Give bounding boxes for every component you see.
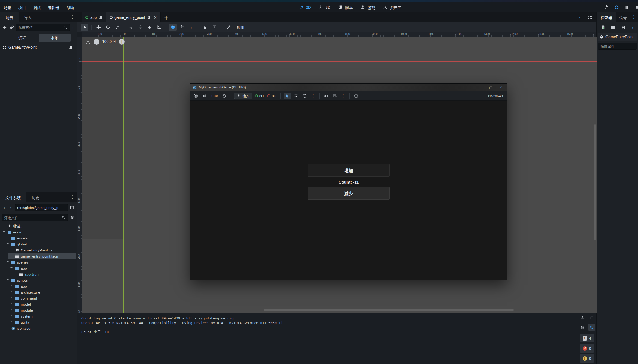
attached-script-icon[interactable]	[68, 44, 74, 50]
input-capture-button[interactable]: 输入	[234, 93, 252, 99]
file-tree-row[interactable]: utility	[0, 319, 77, 325]
restart-icon[interactable]	[613, 4, 619, 10]
build-hammer-icon[interactable]	[603, 4, 609, 10]
scene-tab-game-entry-point[interactable]: game_entry_point ✕	[106, 12, 161, 22]
embed-fullscreen-icon[interactable]	[353, 93, 360, 99]
increase-button[interactable]: 增加	[308, 164, 390, 177]
filesystem-menu-icon[interactable]: ⋮	[70, 194, 75, 199]
switch-script[interactable]: 脚本	[338, 4, 353, 10]
error-count-badge[interactable]: ✕ 0	[580, 344, 594, 353]
group-selected-icon[interactable]	[211, 24, 218, 31]
scene-tree-root-node[interactable]: GameEntryPoint	[0, 43, 77, 51]
instance-scene-link-icon[interactable]	[9, 24, 15, 30]
menu-scene[interactable]: 场景	[0, 4, 15, 11]
tab-import-dock[interactable]: 导入	[19, 12, 37, 22]
search-output-icon[interactable]	[588, 324, 595, 331]
view-menu[interactable]: 视图	[234, 25, 247, 30]
suspend-icon[interactable]	[192, 93, 199, 99]
file-tree-row[interactable]: res://	[0, 229, 77, 235]
gamepad-icon[interactable]	[331, 93, 338, 99]
canvas-horizontal-scrollbar[interactable]	[264, 309, 514, 311]
file-tree-row[interactable]: game_entry_point.tscn	[0, 253, 77, 259]
rotate-tool[interactable]	[104, 24, 112, 31]
switch-2d[interactable]: 2D	[298, 4, 311, 10]
clear-output-icon[interactable]	[579, 314, 586, 321]
zoom-in-button[interactable]: ＋	[119, 39, 125, 45]
split-mode-icon[interactable]	[69, 205, 75, 211]
snap-options-icon[interactable]: ⋮	[188, 25, 195, 30]
ruler-tool[interactable]	[155, 24, 163, 31]
maximize-button[interactable]: ▢	[487, 85, 495, 90]
file-tree-row[interactable]: app.tscn	[0, 271, 77, 277]
stop-icon[interactable]	[634, 4, 638, 10]
file-tree-row[interactable]: scenes	[0, 259, 77, 265]
file-tree-row[interactable]: 收藏:	[0, 223, 77, 229]
new-resource-icon[interactable]	[600, 24, 606, 30]
camera-override-icon[interactable]	[301, 93, 308, 99]
file-tree-row[interactable]: app	[0, 283, 77, 289]
game-audio-options-icon[interactable]: ⋮	[340, 93, 346, 98]
new-scene-tab-button[interactable]: ＋	[161, 12, 172, 22]
sort-files-icon[interactable]	[69, 214, 75, 220]
tab-signals[interactable]: 信号	[616, 12, 630, 22]
close-button[interactable]: ✕	[497, 85, 505, 90]
menu-help[interactable]: 帮助	[63, 4, 78, 11]
game-window-titlebar[interactable]: MyGFrameworkGame (DEBUG) — ▢ ✕	[190, 84, 507, 91]
menu-project[interactable]: 项目	[15, 4, 29, 11]
local-button[interactable]: 本地	[39, 34, 71, 42]
scene-tab-app[interactable]: app	[82, 12, 106, 22]
file-tree-row[interactable]: assets	[0, 235, 77, 241]
remote-button[interactable]: 远程	[6, 34, 39, 42]
copy-output-icon[interactable]	[588, 314, 595, 321]
reset-speed-icon[interactable]	[221, 93, 228, 99]
file-tree-row[interactable]: GameEntryPoint.cs	[0, 247, 77, 253]
current-path[interactable]: res://global/game_entry_p	[15, 204, 68, 211]
file-tree-row[interactable]: module	[0, 307, 77, 313]
game-select-list-tool[interactable]	[293, 93, 300, 99]
scale-tool[interactable]	[113, 24, 121, 31]
save-resource-icon[interactable]	[621, 24, 627, 30]
filter-nodes-input[interactable]: 筛选节点	[16, 24, 70, 31]
tab-inspector[interactable]: 检查器	[597, 12, 616, 22]
file-tree-row[interactable]: icon.svg	[0, 325, 77, 331]
select-list-tool[interactable]	[127, 24, 135, 31]
switch-assetlib[interactable]: 资产库	[382, 4, 401, 10]
smart-snap-toggle[interactable]	[169, 24, 177, 31]
file-tree-row[interactable]: architecture	[0, 289, 77, 295]
expand-viewport-icon[interactable]	[587, 14, 593, 20]
debug-3d-toggle[interactable]: 3D	[266, 94, 277, 98]
switch-game[interactable]: 游戏	[360, 4, 375, 10]
menu-editor[interactable]: 编辑器	[44, 4, 63, 11]
skeleton-bone-icon[interactable]	[225, 24, 232, 31]
inspector-dock-menu-icon[interactable]: ⋮	[632, 14, 636, 19]
canvas-vertical-scrollbar[interactable]	[594, 124, 596, 240]
speed-multiplier[interactable]: 1.0×	[210, 94, 219, 98]
tab-history[interactable]: 历史	[26, 192, 45, 202]
zoom-percent[interactable]: 100.0 %	[102, 39, 116, 44]
audio-mute-icon[interactable]	[323, 93, 330, 99]
dock-menu-icon[interactable]: ⋮	[70, 14, 75, 19]
select-tool[interactable]	[81, 24, 88, 31]
menu-debug[interactable]: 调试	[29, 4, 44, 11]
move-tool[interactable]	[95, 24, 102, 31]
add-node-icon[interactable]	[2, 24, 8, 30]
scene-tabs-menu-icon[interactable]: ⋮	[578, 15, 582, 20]
close-tab-icon[interactable]: ✕	[153, 15, 157, 20]
collapse-duplicates-icon[interactable]	[579, 324, 586, 331]
center-view-icon[interactable]	[85, 39, 91, 45]
game-select-options-icon[interactable]: ⋮	[310, 93, 316, 98]
decrease-button[interactable]: 减少	[308, 187, 390, 200]
file-tree-row[interactable]: scripts	[0, 277, 77, 283]
filter-properties-input[interactable]: 筛选属性	[598, 43, 637, 50]
file-tree-row[interactable]: system	[0, 313, 77, 319]
snap-pixel-tool[interactable]	[137, 24, 144, 31]
tab-filesystem[interactable]: 文件系统	[0, 192, 26, 202]
pause-icon[interactable]	[624, 4, 630, 10]
2d-canvas[interactable]: − 100.0 % ＋ MyGFrameworkGame (DEBUG) — ▢…	[82, 37, 597, 313]
filter-files-input[interactable]: 筛选文件	[2, 214, 68, 221]
edited-object-selector[interactable]: GameEntryPoint.	[598, 33, 637, 41]
game-select-tool[interactable]	[284, 93, 291, 99]
next-frame-icon[interactable]	[201, 93, 208, 99]
scene-dock-options-icon[interactable]: ⋮	[71, 25, 75, 30]
grid-snap-toggle[interactable]	[178, 24, 186, 31]
